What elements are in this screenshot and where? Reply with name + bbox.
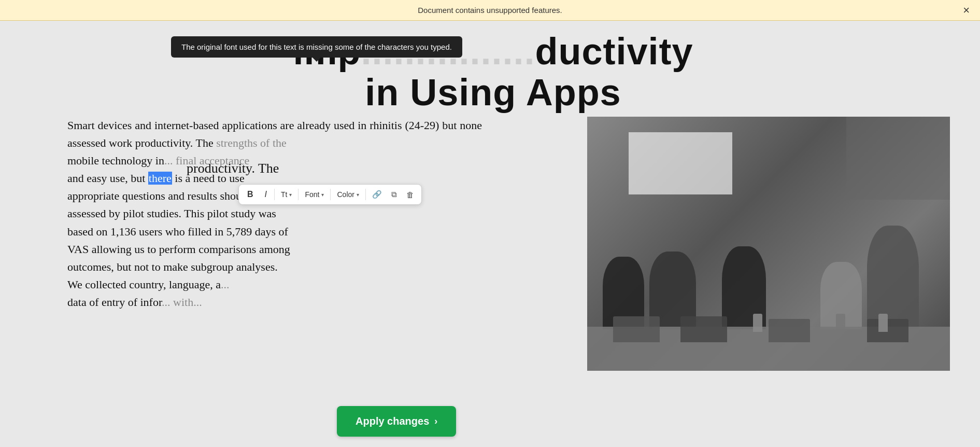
copy-icon: ⧉ [391, 190, 397, 199]
chevron-down-icon: ▾ [289, 192, 292, 198]
copy-button[interactable]: ⧉ [387, 187, 401, 202]
color-dropdown[interactable]: Color ▾ [333, 187, 363, 202]
laptop-1 [613, 316, 660, 342]
link-button[interactable]: 🔗 [368, 187, 386, 202]
font-chevron-icon: ▾ [321, 192, 324, 198]
laptop-4 [867, 319, 908, 342]
warning-text: Document contains unsupported features. [418, 6, 562, 15]
apply-changes-button[interactable]: Apply changes › [337, 406, 456, 437]
document-area: The original font used for this text is … [0, 21, 980, 447]
toolbar-divider-2 [298, 189, 299, 200]
delete-button[interactable]: 🗑 [402, 187, 418, 202]
floating-text-overlay: productivity. The [187, 161, 279, 176]
table-item-3 [878, 314, 888, 332]
bold-button[interactable]: B [242, 187, 259, 202]
title-line1: imp................ductivity [16, 31, 971, 72]
body-paragraph: Smart devices and internet-based applica… [67, 117, 482, 311]
wall-shelf [846, 117, 950, 200]
warning-bar: Document contains unsupported features. … [0, 0, 980, 21]
laptop-2 [680, 316, 727, 342]
font-dropdown[interactable]: Font ▾ [301, 187, 328, 202]
warning-close-button[interactable]: × [963, 5, 970, 16]
text-formatting-toolbar: B I Tt ▾ Font ▾ Color ▾ 🔗 ⧉ [238, 184, 422, 205]
document-image [587, 117, 950, 371]
title-partial-right: ductivity [535, 31, 693, 72]
toolbar-divider-1 [274, 189, 275, 200]
font-tooltip: The original font used for this text is … [171, 36, 462, 58]
apply-changes-label: Apply changes [356, 415, 429, 427]
font-size-label: Tt [281, 190, 287, 199]
font-label: Font [305, 190, 319, 199]
color-chevron-icon: ▾ [357, 192, 359, 198]
toolbar-divider-3 [330, 189, 331, 200]
italic-button[interactable]: I [260, 187, 272, 202]
document-content: The original font used for this text is … [16, 21, 971, 447]
person-4 [867, 226, 919, 329]
document-title: imp................ductivity in Using Ap… [16, 31, 971, 113]
table-item-2 [836, 314, 845, 332]
faded-text: strengths of the [216, 136, 287, 149]
faded-text4: ... with... [162, 296, 202, 309]
faded-text3: ... [221, 278, 230, 291]
font-size-dropdown[interactable]: Tt ▾ [277, 187, 296, 202]
meeting-photo [587, 117, 950, 371]
toolbar-divider-4 [365, 189, 366, 200]
color-label: Color [337, 190, 354, 199]
table-item-1 [753, 314, 762, 332]
body-text-area: Smart devices and internet-based applica… [67, 117, 482, 311]
projector-screen [629, 132, 732, 194]
laptop-3 [769, 319, 810, 342]
apply-arrow-icon: › [434, 416, 437, 427]
link-icon: 🔗 [372, 190, 382, 199]
selected-text: there [148, 172, 172, 185]
title-line2: in Using Apps [16, 72, 971, 113]
trash-icon: 🗑 [406, 190, 414, 199]
